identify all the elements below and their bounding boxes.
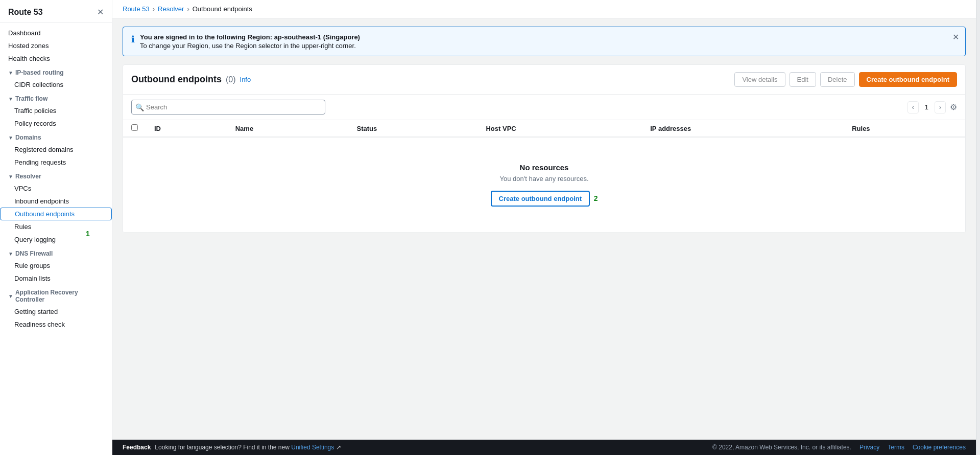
info-icon: ℹ xyxy=(131,34,135,45)
create-outbound-endpoint-button-top[interactable]: Create outbound endpoint xyxy=(859,72,957,87)
table-panel: Outbound endpoints (0) Info View details… xyxy=(123,64,966,233)
breadcrumb: Route 53 › Resolver › Outbound endpoints xyxy=(112,0,976,18)
sidebar-item-readiness-check[interactable]: Readiness check xyxy=(0,318,112,331)
empty-state-row: No resources You don't have any resource… xyxy=(123,137,965,233)
table-head: ID Name Status Host VPC IP addresses Rul… xyxy=(123,120,965,137)
cookie-link[interactable]: Cookie preferences xyxy=(913,444,966,451)
sidebar-item-rule-groups[interactable]: Rule groups xyxy=(0,259,112,272)
sidebar-item-hosted-zones[interactable]: Hosted zones xyxy=(0,39,112,52)
terms-link[interactable]: Terms xyxy=(888,444,904,451)
prev-page-button[interactable]: ‹ xyxy=(907,101,919,113)
bottom-message: Looking for language selection? Find it … xyxy=(155,444,341,451)
search-icon: 🔍 xyxy=(135,103,144,111)
pagination: ‹ 1 › xyxy=(907,101,946,113)
bottom-bar-left: Feedback Looking for language selection?… xyxy=(123,444,341,451)
sidebar-item-vpcs[interactable]: VPCs xyxy=(0,182,112,195)
sidebar-item-dashboard[interactable]: Dashboard xyxy=(0,27,112,39)
sidebar-item-cidr-collections[interactable]: CIDR collections xyxy=(0,78,112,91)
sidebar-nav: Dashboard Hosted zones Health checks ▼ I… xyxy=(0,22,112,455)
external-link-icon: ↗ xyxy=(336,444,341,451)
sidebar-item-inbound-endpoints[interactable]: Inbound endpoints xyxy=(0,195,112,208)
search-input[interactable] xyxy=(131,100,325,115)
next-page-button[interactable]: › xyxy=(935,101,946,113)
create-outbound-endpoint-button-empty[interactable]: Create outbound endpoint xyxy=(491,191,590,207)
sidebar-item-domain-lists[interactable]: Domain lists xyxy=(0,272,112,285)
main-content: Route 53 › Resolver › Outbound endpoints… xyxy=(112,0,976,455)
breadcrumb-route53[interactable]: Route 53 xyxy=(123,5,150,13)
breadcrumb-resolver[interactable]: Resolver xyxy=(158,5,184,13)
col-status: Status xyxy=(348,120,477,137)
table-header: Outbound endpoints (0) Info View details… xyxy=(123,65,965,95)
bottom-bar-right: © 2022, Amazon Web Services, Inc. or its… xyxy=(712,444,966,451)
delete-button[interactable]: Delete xyxy=(820,72,855,87)
table-body: No resources You don't have any resource… xyxy=(123,137,965,233)
app-title: Route 53 xyxy=(8,8,43,17)
sidebar-item-rules[interactable]: Rules xyxy=(0,220,112,233)
content-area: ℹ You are signed in to the following Reg… xyxy=(112,18,976,440)
edit-button[interactable]: Edit xyxy=(790,72,816,87)
sidebar-section-arc[interactable]: ▼ Application Recovery Controller xyxy=(0,285,112,305)
sidebar-section-dns-firewall[interactable]: ▼ DNS Firewall xyxy=(0,246,112,259)
sidebar-section-resolver[interactable]: ▼ Resolver xyxy=(0,169,112,182)
table-container: ID Name Status Host VPC IP addresses Rul… xyxy=(123,120,965,233)
search-bar: 🔍 ‹ 1 › xyxy=(123,95,965,120)
sidebar-header: Route 53 ✕ xyxy=(0,0,112,22)
pagination-area: ‹ 1 › xyxy=(907,101,957,113)
view-details-button[interactable]: View details xyxy=(734,72,785,87)
sidebar-close-button[interactable]: ✕ xyxy=(97,7,104,17)
banner-close-button[interactable]: ✕ xyxy=(952,32,959,42)
table-header-row: ID Name Status Host VPC IP addresses Rul… xyxy=(123,120,965,137)
page-number: 1 xyxy=(921,101,933,113)
col-ip-addresses: IP addresses xyxy=(642,120,844,137)
table-title: Outbound endpoints (0) xyxy=(131,74,236,85)
copyright: © 2022, Amazon Web Services, Inc. or its… xyxy=(712,444,851,451)
col-id: ID xyxy=(146,120,227,137)
sidebar-item-registered-domains[interactable]: Registered domains xyxy=(0,143,112,156)
sidebar-item-health-checks[interactable]: Health checks xyxy=(0,52,112,65)
banner-sub-message: To change your Region, use the Region se… xyxy=(140,42,957,50)
table-title-area: Outbound endpoints (0) Info xyxy=(131,74,251,85)
sidebar-section-traffic-flow[interactable]: ▼ Traffic flow xyxy=(0,91,112,104)
breadcrumb-sep1: › xyxy=(153,5,155,13)
label-2-badge: 2 xyxy=(594,194,598,202)
banner-message: You are signed in to the following Regio… xyxy=(140,33,360,41)
banner-text: You are signed in to the following Regio… xyxy=(140,33,957,50)
arrow-icon: ▼ xyxy=(8,135,13,141)
empty-state: No resources You don't have any resource… xyxy=(131,143,957,227)
privacy-link[interactable]: Privacy xyxy=(859,444,879,451)
table-settings-icon[interactable] xyxy=(950,102,957,112)
col-host-vpc: Host VPC xyxy=(477,120,642,137)
info-link[interactable]: Info xyxy=(240,76,251,83)
col-name: Name xyxy=(227,120,349,137)
table-actions: View details Edit Delete Create outbound… xyxy=(734,72,957,87)
sidebar-item-query-logging[interactable]: Query logging xyxy=(0,233,112,246)
col-checkbox xyxy=(123,120,146,137)
sidebar-item-traffic-policies[interactable]: Traffic policies xyxy=(0,104,112,117)
search-wrapper: 🔍 xyxy=(131,100,325,115)
sidebar: Route 53 ✕ Dashboard Hosted zones Health… xyxy=(0,0,112,455)
scroll-indicator xyxy=(976,0,980,455)
arrow-icon: ▼ xyxy=(8,174,13,179)
sidebar-section-domains[interactable]: ▼ Domains xyxy=(0,130,112,143)
info-banner: ℹ You are signed in to the following Reg… xyxy=(123,27,966,56)
arrow-icon: ▼ xyxy=(8,96,13,102)
empty-state-cell: No resources You don't have any resource… xyxy=(123,137,965,233)
col-rules: Rules xyxy=(844,120,965,137)
breadcrumb-sep2: › xyxy=(187,5,189,13)
bottom-bar: Feedback Looking for language selection?… xyxy=(112,440,976,455)
arrow-icon: ▼ xyxy=(8,251,13,257)
sidebar-item-getting-started[interactable]: Getting started xyxy=(0,305,112,318)
unified-settings-link[interactable]: Unified Settings xyxy=(291,444,334,451)
breadcrumb-current: Outbound endpoints xyxy=(193,5,252,13)
sidebar-item-policy-records[interactable]: Policy records xyxy=(0,117,112,130)
arrow-icon: ▼ xyxy=(8,70,13,76)
empty-state-subtitle: You don't have any resources. xyxy=(141,175,947,183)
arrow-icon: ▼ xyxy=(8,293,13,299)
feedback-link[interactable]: Feedback xyxy=(123,444,151,451)
select-all-checkbox[interactable] xyxy=(131,124,138,131)
endpoints-table: ID Name Status Host VPC IP addresses Rul… xyxy=(123,120,965,233)
sidebar-item-outbound-endpoints[interactable]: Outbound endpoints xyxy=(0,208,112,220)
sidebar-section-ip-based-routing[interactable]: ▼ IP-based routing xyxy=(0,65,112,78)
sidebar-item-pending-requests[interactable]: Pending requests xyxy=(0,156,112,169)
table-count: (0) xyxy=(226,75,236,84)
